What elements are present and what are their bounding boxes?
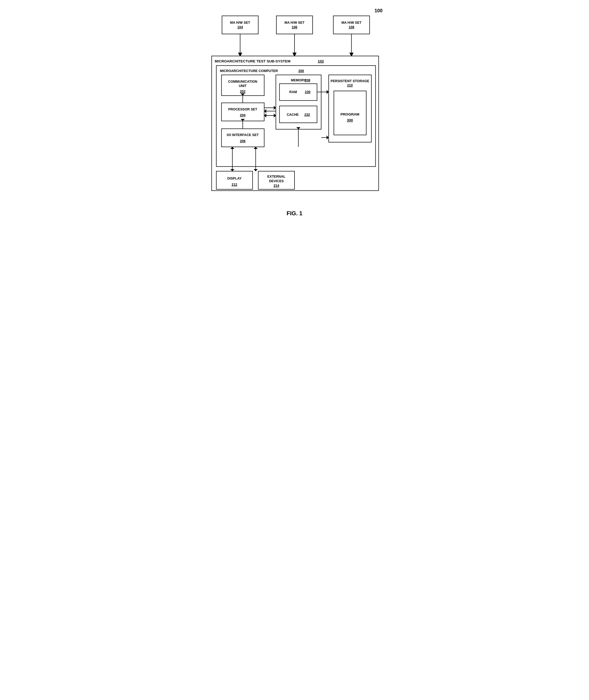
program-number: 300: [347, 118, 353, 122]
figure-caption: FIG. 1: [286, 210, 302, 217]
svg-rect-16: [221, 103, 264, 121]
diagram-svg: MA H/W SET 104 MA H/W SET 106 MA H/W SET…: [206, 11, 383, 223]
hw-box-1-label: MA H/W SET: [230, 21, 250, 24]
processor-set-number: 204: [240, 113, 245, 117]
display-number: 212: [231, 183, 237, 186]
hw-box-2-label: MA H/W SET: [284, 21, 305, 24]
hw-box-3-number: 108: [349, 25, 354, 29]
svg-text:UNIT: UNIT: [239, 84, 247, 88]
hw-box-2-number: 106: [291, 25, 297, 29]
program-label: PROGRAM: [340, 112, 359, 116]
computer-box-label: MICROARCHITECTURE COMPUTER: [220, 69, 278, 73]
cache-number: 232: [305, 113, 310, 117]
io-interface-label: I/O INTERFACE SET: [227, 133, 259, 137]
display-label: DISPLAY: [227, 177, 242, 180]
memory-label: MEMORY: [291, 78, 306, 82]
memory-number: 208: [305, 78, 310, 82]
outer-box-number: 102: [318, 59, 324, 63]
hw-box-3-label: MA H/W SET: [342, 21, 362, 24]
outer-box-label: MICROARCHITECTURE TEST SUB-SYSTEM: [215, 59, 290, 63]
io-interface-number: 206: [240, 139, 245, 143]
svg-rect-0: [222, 16, 258, 34]
svg-rect-1: [276, 16, 313, 34]
external-devices-number: 214: [274, 184, 279, 188]
comm-unit-number: 202: [240, 90, 245, 94]
cache-label: CACHE: [287, 113, 299, 117]
external-devices-label: EXTERNAL: [267, 175, 285, 178]
ram-number: 230: [305, 90, 311, 94]
ram-label: RAM: [289, 90, 297, 94]
hw-box-1-number: 104: [237, 25, 243, 29]
svg-rect-20: [221, 129, 264, 147]
persistent-storage-label: PERSISTENT STORAGE: [331, 79, 369, 83]
processor-set-label: PROCESSOR SET: [228, 108, 257, 111]
figure-number: 100: [375, 8, 383, 14]
svg-rect-2: [334, 16, 370, 34]
computer-box-number: 200: [299, 69, 304, 73]
svg-rect-22: [279, 84, 317, 101]
svg-text:DEVICES: DEVICES: [269, 179, 283, 183]
comm-unit-label: COMMUNICATION: [228, 80, 257, 83]
persistent-storage-number: 210: [347, 83, 353, 87]
